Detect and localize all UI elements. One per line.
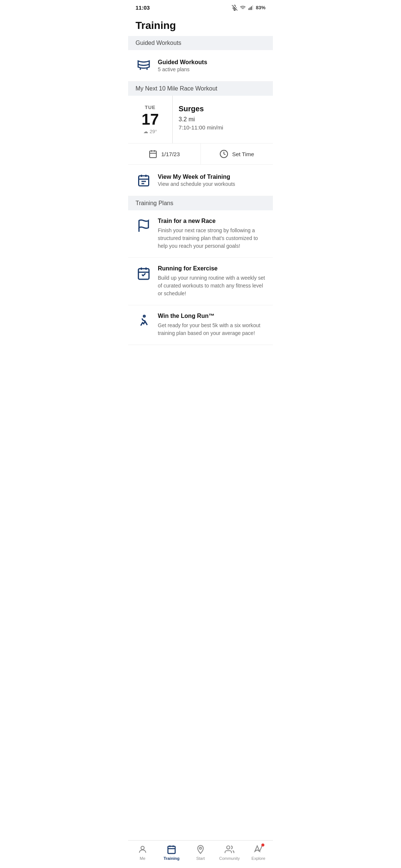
- flag-icon: [136, 218, 152, 234]
- megaphone-icon: [136, 57, 152, 74]
- day-label: TUE: [145, 105, 156, 110]
- svg-rect-20: [138, 269, 149, 279]
- svg-rect-6: [251, 6, 252, 10]
- plan-item-exercise[interactable]: Running for Exercise Build up your runni…: [128, 258, 273, 305]
- plan-exercise-title: Running for Exercise: [158, 265, 265, 272]
- svg-point-24: [143, 315, 145, 317]
- checklist-icon: [136, 265, 152, 282]
- weather: ☁ 29°: [143, 129, 157, 134]
- date-cell[interactable]: 1/17/23: [128, 144, 201, 164]
- svg-rect-5: [250, 7, 251, 10]
- plan-race-desc: Finish your next race strong by followin…: [158, 227, 265, 250]
- workout-card[interactable]: TUE 17 ☁ 29° Surges 3.2 mi 7:10-11:00 mi…: [128, 96, 273, 144]
- next-race-header: My Next 10 Mile Race Workout: [128, 82, 273, 96]
- calendar-list-icon: [136, 172, 152, 188]
- workout-date-box: TUE 17 ☁ 29°: [128, 96, 173, 143]
- battery-status: 83%: [256, 5, 265, 10]
- plan-item-longrun[interactable]: Win the Long Run™ Get ready for your bes…: [128, 305, 273, 345]
- date-value: 1/17/23: [161, 151, 180, 157]
- plan-longrun-title: Win the Long Run™: [158, 313, 265, 319]
- status-bar: 11:03 83%: [128, 0, 273, 14]
- date-time-row: 1/17/23 Set Time: [128, 144, 273, 165]
- status-time: 11:03: [136, 4, 150, 11]
- plan-exercise-desc: Build up your running routine with a wee…: [158, 274, 265, 297]
- plan-longrun-desc: Get ready for your best 5k with a six wo…: [158, 322, 265, 337]
- svg-rect-4: [248, 8, 249, 10]
- svg-rect-7: [252, 5, 253, 10]
- workout-pace: 7:10-11:00 min/mi: [179, 124, 267, 131]
- set-time-cell[interactable]: Set Time: [201, 144, 273, 164]
- workout-name: Surges: [179, 105, 267, 113]
- guided-workouts-subtitle: 5 active plans: [158, 66, 207, 72]
- guided-workouts-title: Guided Workouts: [158, 59, 207, 66]
- mute-icon: [232, 5, 238, 11]
- training-plans-header: Training Plans: [128, 196, 273, 210]
- signal-icon: [248, 5, 254, 11]
- workout-distance: 3.2 mi: [179, 116, 267, 123]
- page-title: Training: [128, 14, 273, 36]
- status-icons: 83%: [232, 5, 265, 11]
- calendar-icon: [149, 149, 157, 158]
- runner-icon: [136, 313, 152, 329]
- week-training-subtitle: View and schedule your workouts: [158, 181, 235, 187]
- week-training-item[interactable]: View My Week of Training View and schedu…: [128, 165, 273, 196]
- svg-rect-8: [150, 151, 156, 158]
- day-number: 17: [141, 112, 159, 127]
- set-time-label: Set Time: [232, 151, 254, 157]
- wifi-icon: [239, 5, 246, 11]
- timer-icon: [219, 149, 228, 158]
- plan-race-title: Train for a new Race: [158, 218, 265, 224]
- workout-details: Surges 3.2 mi 7:10-11:00 min/mi: [173, 96, 273, 143]
- week-training-title: View My Week of Training: [158, 174, 235, 180]
- guided-workouts-header: Guided Workouts: [128, 36, 273, 50]
- plan-item-race[interactable]: Train for a new Race Finish your next ra…: [128, 210, 273, 258]
- guided-workouts-item[interactable]: Guided Workouts 5 active plans: [128, 50, 273, 82]
